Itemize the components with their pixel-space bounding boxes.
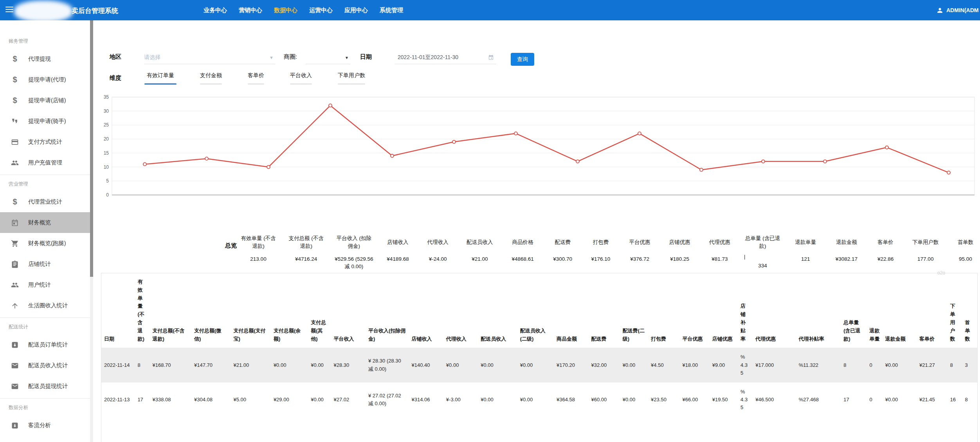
chart-point[interactable]: [823, 160, 827, 163]
user-menu[interactable]: ADMIN(ADM: [936, 0, 980, 20]
chart-point[interactable]: [452, 140, 456, 143]
table-cell: %11.322: [796, 348, 841, 382]
top-nav: 业务中心营销中心数据中心运营中心应用中心系统管理: [204, 0, 403, 20]
sidebar-scrollbar[interactable]: [90, 20, 93, 442]
dollar-icon: $: [10, 96, 20, 105]
district-label: 商圈:: [284, 53, 297, 61]
card-icon: [10, 138, 20, 146]
summary-header: 商品价格: [506, 231, 539, 254]
table-cell-link[interactable]: ¥0.00: [883, 348, 917, 382]
table-cell-link[interactable]: ¥168.70: [150, 348, 191, 382]
sidebar-section-title: 营业管理: [0, 177, 90, 191]
summary-header: 客单价: [872, 231, 899, 254]
sidebar-item[interactable]: $代理提现: [0, 49, 90, 69]
dimension-tab[interactable]: 客单价: [247, 72, 265, 85]
table-cell: ¥0.00: [478, 348, 517, 382]
sidebar-item[interactable]: 店铺统计: [0, 254, 90, 274]
nav-item[interactable]: 系统管理: [380, 7, 403, 14]
sidebar-item-label: 财务概览: [28, 219, 51, 226]
dimension-tab[interactable]: 下单用户数: [337, 72, 366, 85]
chart-point[interactable]: [885, 146, 888, 149]
table-header-cell: 平台收入(扣除佣金): [366, 273, 409, 348]
district-select[interactable]: ▼: [306, 51, 350, 64]
table-cell-link[interactable]: ¥338.08: [150, 382, 191, 417]
chart-point[interactable]: [762, 160, 765, 163]
chart-point[interactable]: [205, 157, 208, 160]
chart-point[interactable]: [329, 104, 332, 107]
nav-item[interactable]: 业务中心: [204, 7, 227, 14]
search-button[interactable]: 查询: [511, 53, 534, 66]
menu-icon[interactable]: [5, 7, 13, 14]
svg-text:20: 20: [104, 136, 109, 142]
dimension-tab-label: 平台收入: [290, 72, 312, 78]
sidebar-item[interactable]: 财务概览(跑腿): [0, 233, 90, 254]
sidebar-item[interactable]: $提现申请(代理): [0, 69, 90, 90]
table-cell: ¥314.06: [409, 382, 443, 417]
table-header-cell: 有效单量(不含退款): [135, 273, 150, 348]
sidebar-item[interactable]: 生活圈收入统计: [0, 295, 90, 316]
summary-value: ¥4716.24: [286, 256, 326, 263]
chart-point[interactable]: [514, 132, 517, 135]
table-cell: ¥21.27: [917, 348, 947, 382]
table-cell: ¥0.00: [308, 348, 331, 382]
table-cell: 0: [867, 348, 883, 382]
table-header-cell: 店铺优惠: [710, 273, 738, 348]
chart-point[interactable]: [638, 132, 641, 135]
dimension-tab[interactable]: 有效订单量: [146, 72, 175, 85]
summary-value: 121: [790, 256, 821, 263]
summary-value: ¥529.56 (529.56减 0.00): [334, 256, 373, 271]
sidebar-item-label: 代理营业统计: [28, 198, 62, 206]
chart-point[interactable]: [143, 162, 146, 166]
summary-column: 有效单量 (不含退款)213.00: [239, 231, 278, 271]
summary-column: 配送员收入¥21.00: [462, 231, 497, 271]
sidebar-item[interactable]: $代理营业统计: [0, 191, 90, 212]
summary-header: 平台优惠: [624, 231, 656, 254]
chart-point[interactable]: [700, 168, 703, 171]
table-cell-link[interactable]: ¥0.00: [883, 382, 917, 417]
table-header-cell: 下单用户数: [947, 273, 962, 348]
table-header-cell: 配送员收入(二级): [517, 273, 554, 348]
sidebar-section-title: 账务管理: [0, 34, 90, 49]
sidebar-item-label: 代理提现: [28, 55, 51, 63]
sidebar-item[interactable]: 配送员收入统计: [0, 355, 90, 376]
sidebar-item[interactable]: 用户充值管理: [0, 152, 90, 173]
nav-item[interactable]: 数据中心: [274, 7, 297, 14]
date-range-input[interactable]: 2022-11-01至2022-11-30: [395, 51, 496, 64]
sidebar-item[interactable]: 配送员提现统计: [0, 376, 90, 397]
sidebar-item-label: 生活圈收入统计: [28, 302, 68, 309]
summary-row: 有效单量 (不含退款)213.00支付总额 (不含退款)¥4716.24平台收入…: [239, 231, 979, 271]
clipboard-icon: [10, 260, 20, 268]
svg-text:10: 10: [104, 164, 109, 170]
summary-header: 首单数: [952, 231, 979, 254]
dimension-tab-label: 有效订单量: [147, 72, 174, 78]
tab-underline: [338, 83, 365, 85]
table-cell: ¥60.00: [588, 382, 620, 417]
chart-point[interactable]: [267, 166, 270, 169]
sidebar-item[interactable]: 提现申请(骑手): [0, 111, 90, 132]
region-select[interactable]: 请选择 ▼: [144, 51, 275, 64]
sidebar-item[interactable]: 用户统计: [0, 274, 90, 295]
sidebar-item[interactable]: 配送员订单统计: [0, 334, 90, 355]
watermark: o2o: [937, 270, 945, 276]
dimension-tab[interactable]: 平台收入: [289, 72, 313, 85]
nav-item[interactable]: 应用中心: [344, 7, 368, 14]
table-cell: ¥0.00: [478, 382, 517, 417]
sidebar-item[interactable]: $提现申请(店铺): [0, 90, 90, 111]
nav-item[interactable]: 营销中心: [239, 7, 262, 14]
chart-point[interactable]: [391, 154, 394, 157]
nav-item[interactable]: 运营中心: [309, 7, 333, 14]
box-down-icon: [10, 341, 20, 349]
table-cell: ¥140.40: [409, 348, 443, 382]
sidebar-item[interactable]: 客流分析: [0, 415, 90, 436]
chart-point[interactable]: [947, 171, 950, 174]
table-cell: %27.468: [796, 382, 841, 417]
scrollbar-thumb[interactable]: [90, 20, 93, 277]
summary-column: 总单量 (含已退款)|334: [744, 231, 781, 271]
table-header-cell: 商品金额: [554, 273, 588, 348]
chart-point[interactable]: [576, 160, 579, 163]
table-cell: ¥0.00: [517, 348, 554, 382]
table-cell: ¥21.00: [231, 348, 270, 382]
sidebar-item[interactable]: 财务概览: [0, 212, 90, 233]
sidebar-item[interactable]: 支付方式统计: [0, 132, 90, 152]
dimension-tab[interactable]: 支付金额: [199, 72, 223, 85]
